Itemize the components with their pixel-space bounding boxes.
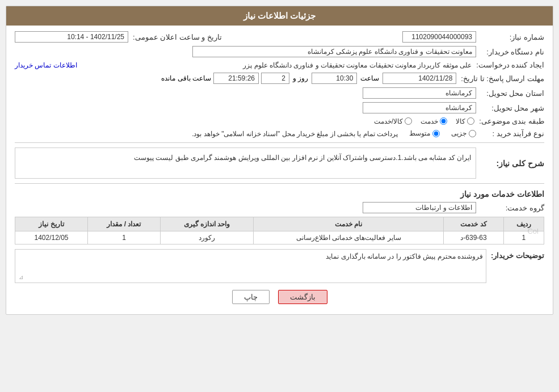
table-wrapper: ردیف کد خدمت نام خدمت واحد اندازه گیری ت… <box>15 217 544 245</box>
deadline-days-input[interactable] <box>261 73 289 84</box>
purchase-type-label: نوع فرآیند خرید : <box>476 129 544 138</box>
th-date: تاریخ نیاز <box>15 217 88 231</box>
announce-date-input[interactable] <box>15 31 128 43</box>
service-group-label: گروه خدمت: <box>476 204 544 212</box>
radio-motavasset-label: متوسط <box>409 129 430 137</box>
deadline-day-label: روز و <box>293 74 308 82</box>
buyer-notes-row: توضیحات خریدار: فروشنده محترم پیش فاکتور… <box>15 249 544 283</box>
radio-motavasset: متوسط <box>409 129 440 137</box>
td-date-1: 1402/12/05 <box>15 231 88 245</box>
service-group-row: گروه خدمت: <box>15 202 544 213</box>
buyer-notes-label: توضیحات خریدار: <box>486 249 544 260</box>
td-quantity-1: 1 <box>88 231 161 245</box>
back-button[interactable]: بازگشت <box>278 290 327 304</box>
radio-jozii-label: جزیی <box>451 129 466 137</box>
radio-jozii-input[interactable] <box>469 130 476 137</box>
need-number-input[interactable] <box>402 31 476 43</box>
buyer-notes-content: فروشنده محترم پیش فاکتور را در سامانه با… <box>15 249 486 283</box>
radio-khadamat-label: خدمت <box>421 117 438 125</box>
buyer-notes-text: فروشنده محترم پیش فاکتور را در سامانه با… <box>326 252 483 260</box>
buyer-name-label: نام دستگاه خریدار: <box>476 48 544 56</box>
td-code-1: 639-63-د <box>444 231 503 245</box>
th-quantity: تعداد / مقدار <box>88 217 161 231</box>
page-title: جزئیات اطلاعات نیاز <box>243 11 316 20</box>
content-area: شماره نیاز: تاریخ و ساعت اعلان عمومی: نا… <box>6 26 553 314</box>
purchase-type-row: نوع فرآیند خرید : جزیی متوسط پرداخت تمام… <box>15 129 544 138</box>
th-name: نام خدمت <box>253 217 444 231</box>
deadline-remaining-label: ساعت باقی مانده <box>161 74 211 82</box>
divider-1 <box>15 142 544 143</box>
deadline-row: مهلت ارسال پاسخ: تا تاریخ: ساعت روز و سا… <box>15 73 544 84</box>
radio-jozii: جزیی <box>451 129 476 137</box>
creator-value: علی موثقه کاربرداز معاونت تحقیقات معاونت… <box>77 61 472 69</box>
td-name-1: سایر فعالیت‌های خدماتی اطلاع‌رسانی <box>253 231 444 245</box>
buyer-name-input[interactable] <box>192 46 476 57</box>
radio-kala-khadamat-label: کالا/خدمت <box>374 117 403 125</box>
contact-link[interactable]: اطلاعات تماس خریدار <box>15 61 77 69</box>
radio-kala-khadamat-input[interactable] <box>405 117 412 125</box>
page-container: جزئیات اطلاعات نیاز شماره نیاز: تاریخ و … <box>0 0 559 392</box>
td-unit-1: رکورد <box>160 231 253 245</box>
resize-handle: ⊿ <box>16 275 23 281</box>
city-row: شهر محل تحویل: <box>15 102 544 113</box>
deadline-time-input[interactable] <box>312 73 357 84</box>
print-button[interactable]: چاپ <box>232 290 270 304</box>
need-number-label: شماره نیاز: <box>476 33 544 41</box>
main-card: جزئیات اطلاعات نیاز شماره نیاز: تاریخ و … <box>6 6 553 315</box>
description-row: شرح کلی نیاز: ایران کد مشابه می باشد.1.د… <box>15 147 544 179</box>
province-label: استان محل تحویل: <box>476 89 544 98</box>
radio-motavasset-input[interactable] <box>432 130 440 137</box>
announce-date-label: تاریخ و ساعت اعلان عمومی: <box>128 33 222 41</box>
radio-kala: کالا <box>456 117 474 125</box>
buyer-name-row: نام دستگاه خریدار: <box>15 46 544 57</box>
divider-2 <box>15 183 544 184</box>
th-unit: واحد اندازه گیری <box>160 217 253 231</box>
purchase-note: پرداخت تمام یا بخشی از مبلغ خریدار محل "… <box>192 130 398 138</box>
deadline-label: مهلت ارسال پاسخ: تا تاریخ: <box>456 74 544 83</box>
table-header-row: ردیف کد خدمت نام خدمت واحد اندازه گیری ت… <box>15 217 544 231</box>
need-number-row: شماره نیاز: تاریخ و ساعت اعلان عمومی: <box>15 31 544 43</box>
table-row: 1 639-63-د سایر فعالیت‌های خدماتی اطلاع‌… <box>15 231 544 245</box>
creator-row: ایجاد کننده درخواست: علی موثقه کاربرداز … <box>15 61 544 69</box>
province-input[interactable] <box>363 87 476 99</box>
service-group-input[interactable] <box>363 202 476 213</box>
radio-kala-input[interactable] <box>467 117 474 125</box>
city-label: شهر محل تحویل: <box>476 104 544 112</box>
radio-kala-khadamat: کالا/خدمت <box>374 117 412 125</box>
radio-khadamat: خدمت <box>421 117 447 125</box>
description-text: ایران کد مشابه می باشد.1.دسترسی واشتراک … <box>15 147 476 179</box>
radio-kala-label: کالا <box>456 117 465 125</box>
deadline-date-input[interactable] <box>383 73 456 84</box>
col-badge: Col <box>527 226 539 235</box>
category-radio-group: کالا خدمت کالا/خدمت <box>374 117 474 125</box>
th-code: کد خدمت <box>444 217 503 231</box>
services-table: ردیف کد خدمت نام خدمت واحد اندازه گیری ت… <box>15 217 544 245</box>
page-header: جزئیات اطلاعات نیاز <box>6 6 553 26</box>
province-row: استان محل تحویل: <box>15 87 544 99</box>
city-input[interactable] <box>363 102 476 113</box>
radio-khadamat-input[interactable] <box>440 117 447 125</box>
category-label: طبقه بندی موضوعی: <box>474 117 544 125</box>
deadline-time-label: ساعت <box>360 74 379 82</box>
category-row: طبقه بندی موضوعی: کالا خدمت کالا/خدمت <box>15 117 544 125</box>
service-info-title: اطلاعات خدمات مورد نیاز <box>15 189 544 199</box>
description-section-title: شرح کلی نیاز: <box>476 159 544 168</box>
purchase-type-group: جزیی متوسط پرداخت تمام یا بخشی از مبلغ خ… <box>192 129 476 138</box>
button-row: بازگشت چاپ <box>15 290 544 304</box>
deadline-remaining-input[interactable] <box>213 73 259 84</box>
creator-label: ایجاد کننده درخواست: <box>472 61 544 69</box>
description-container: ایران کد مشابه می باشد.1.دسترسی واشتراک … <box>15 147 476 179</box>
